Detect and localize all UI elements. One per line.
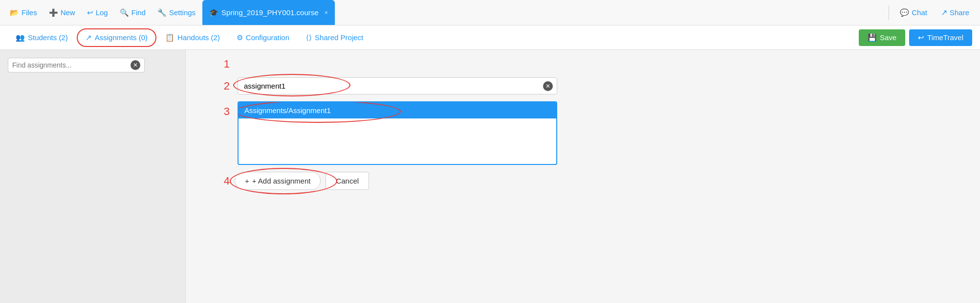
search-input[interactable] [12, 61, 128, 69]
handouts-icon: 📋 [165, 33, 174, 42]
save-icon: 💾 [868, 33, 877, 42]
timetravel-icon: ↩ [918, 33, 924, 42]
files-label: Files [22, 8, 37, 17]
add-assignment-label: + Add assignment [252, 177, 311, 185]
new-button[interactable]: ➕ New [44, 5, 80, 20]
save-label: Save [880, 33, 896, 42]
active-tab-label: Spring_2019_PHY001.course [221, 8, 318, 17]
settings-button[interactable]: 🔧 Settings [152, 5, 200, 20]
right-bar: 💬 Chat ↗ Share [886, 5, 975, 20]
left-panel: ✕ [0, 50, 186, 303]
save-button[interactable]: 💾 Save [859, 29, 905, 46]
chat-icon: 💬 [900, 8, 909, 17]
assignments-label: Assignments (0) [95, 33, 148, 42]
step4-row: 4 + + Add assignment Cancel [215, 172, 557, 190]
tab-assignments[interactable]: ↗ Assignments (0) [77, 28, 156, 47]
assignment-name-field-wrapper: ✕ [238, 77, 557, 94]
share-label: Share [950, 8, 969, 17]
new-label: New [61, 8, 75, 17]
log-label: Log [96, 8, 108, 17]
listbox-item[interactable]: Assignments/Assignment1 [239, 102, 556, 118]
active-tab[interactable]: 🎓 Spring_2019_PHY001.course × [202, 0, 335, 25]
students-label: Students (2) [28, 33, 68, 42]
share-icon: ↗ [941, 8, 947, 17]
find-label: Find [131, 8, 146, 17]
search-box: ✕ [8, 58, 145, 72]
log-button[interactable]: ↩ Log [82, 5, 113, 20]
right-panel: 1 2 ✕ 3 Assignme [186, 50, 980, 303]
timetravel-button[interactable]: ↩ TimeTravel [909, 29, 972, 46]
main-content: ✕ 1 2 ✕ 3 [0, 50, 980, 303]
plus-icon: + [245, 177, 249, 185]
folder-icon: 📂 [10, 8, 19, 17]
students-icon: 👥 [16, 33, 25, 42]
step3-number: 3 [215, 105, 230, 118]
wrench-icon: 🔧 [157, 8, 167, 17]
step4-number: 4 [215, 175, 230, 187]
top-bar: 📂 Files ➕ New ↩ Log 🔍 Find 🔧 Settings 🎓 … [0, 0, 980, 25]
timetravel-label: TimeTravel [927, 33, 963, 42]
assignment-path-listbox[interactable]: Assignments/Assignment1 [238, 101, 557, 165]
form-area: 1 2 ✕ 3 Assignme [215, 58, 557, 190]
settings-label: Settings [169, 8, 196, 17]
nav-bar: 👥 Students (2) ↗ Assignments (0) 📋 Hando… [0, 25, 980, 50]
files-button[interactable]: 📂 Files [5, 5, 42, 20]
find-button[interactable]: 🔍 Find [115, 5, 151, 20]
log-icon: ↩ [87, 8, 93, 17]
handouts-label: Handouts (2) [177, 33, 220, 42]
cancel-button[interactable]: Cancel [326, 172, 369, 190]
assignment-name-input[interactable] [238, 78, 543, 94]
step2-number: 2 [215, 80, 230, 93]
chat-button[interactable]: 💬 Chat [894, 5, 933, 20]
clear-name-button[interactable]: ✕ [543, 81, 553, 91]
course-icon: 🎓 [209, 8, 218, 17]
step3-row: 3 Assignments/Assignment1 [215, 101, 557, 165]
shared-icon: ⟨⟩ [306, 33, 312, 42]
chat-label: Chat [912, 8, 927, 17]
cancel-label: Cancel [336, 177, 359, 185]
listbox-item-text: Assignments/Assignment1 [244, 106, 331, 115]
step1-row: 1 [215, 58, 557, 70]
tab-configuration[interactable]: ⚙ Configuration [229, 29, 297, 46]
step1-number: 1 [215, 58, 230, 70]
assignments-icon: ↗ [86, 33, 92, 42]
clear-search-button[interactable]: ✕ [131, 60, 140, 70]
search-icon: 🔍 [120, 8, 129, 17]
add-assignment-button[interactable]: + + Add assignment [235, 172, 321, 190]
configuration-label: Configuration [246, 33, 289, 42]
tab-shared-project[interactable]: ⟨⟩ Shared Project [298, 29, 371, 46]
config-icon: ⚙ [237, 33, 243, 42]
plus-circle-icon: ➕ [49, 8, 58, 17]
share-button[interactable]: ↗ Share [935, 5, 975, 20]
tab-close-button[interactable]: × [325, 9, 328, 16]
step2-row: 2 ✕ [215, 77, 557, 94]
tab-handouts[interactable]: 📋 Handouts (2) [157, 29, 228, 46]
tab-students[interactable]: 👥 Students (2) [8, 29, 76, 46]
shared-project-label: Shared Project [315, 33, 363, 42]
